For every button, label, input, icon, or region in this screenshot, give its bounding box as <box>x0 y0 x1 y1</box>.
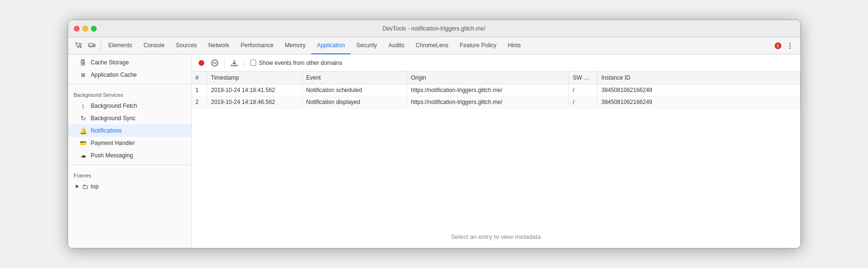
sidebar-divider-1 <box>68 84 191 84</box>
col-header-num: # <box>192 72 207 84</box>
devtools-tab-bar: Elements Console Sources Network Perform… <box>68 37 800 54</box>
cell-origin: https://notification-triggers.glitch.me/ <box>407 96 569 108</box>
download-button[interactable] <box>229 57 240 69</box>
cell-sw: / <box>569 84 598 96</box>
notifications-toolbar: Show events from other domains <box>192 54 800 72</box>
tab-chromelens[interactable]: ChromeLens <box>410 37 454 54</box>
toolbar-divider-2 <box>244 58 244 68</box>
svg-point-3 <box>90 47 91 48</box>
col-header-origin[interactable]: Origin <box>407 72 569 84</box>
tab-separator <box>100 41 101 51</box>
cache-storage-icon: 🗄 <box>80 59 87 66</box>
cell-num: 1 <box>192 84 207 96</box>
tab-sources[interactable]: Sources <box>170 37 203 54</box>
cell-origin: https://notification-triggers.glitch.me/ <box>407 84 569 96</box>
empty-area: Select an entry to view metadata <box>192 108 800 248</box>
tab-console[interactable]: Console <box>138 37 170 54</box>
cell-timestamp: 2019-10-24 14:18:46.562 <box>207 96 302 108</box>
svg-point-5 <box>789 45 790 46</box>
record-button[interactable] <box>196 57 207 69</box>
cell-instance-id: 3845081062166249 <box>598 84 800 96</box>
sidebar: 🗄 Cache Storage ⊞ Application Cache Back… <box>68 54 192 248</box>
sidebar-item-application-cache[interactable]: ⊞ Application Cache <box>68 69 191 81</box>
tab-memory[interactable]: Memory <box>279 37 311 54</box>
payment-handler-icon: 💳 <box>80 140 87 146</box>
sidebar-divider-2 <box>68 165 191 165</box>
maximize-button[interactable] <box>91 26 97 31</box>
cell-timestamp: 2019-10-24 14:18:41.562 <box>207 84 302 96</box>
svg-rect-1 <box>94 44 95 47</box>
sidebar-item-push-messaging[interactable]: ☁ Push Messaging <box>68 149 191 162</box>
error-count: 1 <box>775 42 781 49</box>
col-header-event[interactable]: Event <box>302 72 407 84</box>
svg-rect-0 <box>89 43 93 47</box>
inspect-icon[interactable] <box>72 39 85 52</box>
tab-right-section: 1 <box>775 39 797 52</box>
tab-audits[interactable]: Audits <box>383 37 410 54</box>
close-button[interactable] <box>74 26 80 31</box>
cell-sw: / <box>569 96 598 108</box>
sidebar-item-payment-handler[interactable]: 💳 Payment Handler <box>68 137 191 149</box>
tab-security[interactable]: Security <box>350 37 382 54</box>
show-events-label[interactable]: Show events from other domains <box>250 60 342 66</box>
window-title: DevTools - notification-triggers.glitch.… <box>382 25 485 32</box>
tab-feature-policy[interactable]: Feature Policy <box>454 37 502 54</box>
table-row[interactable]: 2 2019-10-24 14:18:46.562 Notification d… <box>192 96 800 108</box>
empty-text: Select an entry to view metadata <box>451 233 541 240</box>
application-cache-icon: ⊞ <box>80 72 87 78</box>
svg-point-6 <box>789 47 790 49</box>
cell-instance-id: 3845081062166249 <box>598 96 800 108</box>
sidebar-item-background-fetch[interactable]: ↕ Background Fetch <box>68 100 191 112</box>
cell-event: Notification displayed <box>302 96 407 108</box>
notifications-icon: 🔔 <box>80 127 87 134</box>
more-options-icon[interactable] <box>783 39 797 52</box>
background-sync-icon: ↻ <box>80 114 87 122</box>
col-header-instance-id[interactable]: Instance ID <box>598 72 800 84</box>
title-bar: DevTools - notification-triggers.glitch.… <box>68 20 800 37</box>
devtools-body: 🗄 Cache Storage ⊞ Application Cache Back… <box>68 54 800 248</box>
cell-event: Notification scheduled <box>302 84 407 96</box>
error-badge[interactable]: 1 <box>775 42 781 49</box>
svg-point-7 <box>199 60 204 66</box>
sidebar-item-cache-storage[interactable]: 🗄 Cache Storage <box>68 56 191 69</box>
traffic-lights <box>74 26 97 31</box>
cell-num: 2 <box>192 96 207 108</box>
sidebar-item-top[interactable]: 🗀 top <box>68 180 191 193</box>
col-header-timestamp[interactable]: Timestamp <box>207 72 302 84</box>
tab-network[interactable]: Network <box>203 37 235 54</box>
table-header-row: # Timestamp Event Origin SW … Instance I… <box>192 72 800 84</box>
minimize-button[interactable] <box>82 26 88 31</box>
col-header-sw[interactable]: SW … <box>569 72 598 84</box>
tab-hints[interactable]: Hints <box>502 37 527 54</box>
no-entry-button[interactable] <box>209 57 220 69</box>
devtools-window: DevTools - notification-triggers.glitch.… <box>68 20 801 248</box>
tab-application[interactable]: Application <box>311 37 351 54</box>
main-content: Show events from other domains # Timesta… <box>192 54 800 248</box>
notifications-table: # Timestamp Event Origin SW … Instance I… <box>192 72 800 108</box>
sidebar-item-notifications[interactable]: 🔔 Notifications <box>68 124 191 137</box>
svg-point-4 <box>789 42 790 44</box>
tab-performance[interactable]: Performance <box>235 37 279 54</box>
device-icon[interactable] <box>85 39 99 52</box>
notifications-table-container: # Timestamp Event Origin SW … Instance I… <box>192 72 800 248</box>
background-services-heading: Background Services <box>68 87 191 100</box>
expand-icon <box>76 185 79 188</box>
sidebar-item-background-sync[interactable]: ↻ Background Sync <box>68 112 191 124</box>
tab-elements[interactable]: Elements <box>103 37 138 54</box>
push-messaging-icon: ☁ <box>80 152 87 159</box>
frames-heading: Frames <box>68 168 191 180</box>
show-events-checkbox[interactable] <box>250 60 256 66</box>
folder-icon: 🗀 <box>82 183 88 190</box>
background-fetch-icon: ↕ <box>80 102 87 110</box>
toolbar-divider-1 <box>224 58 225 68</box>
table-row[interactable]: 1 2019-10-24 14:18:41.562 Notification s… <box>192 84 800 96</box>
